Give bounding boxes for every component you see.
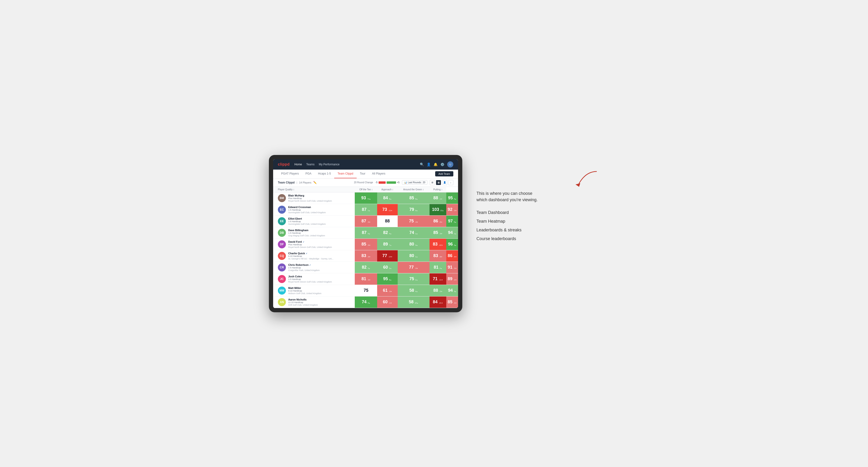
subnav-allplayers[interactable]: All Players (369, 169, 389, 178)
metric-value: 60 2▲ (377, 262, 398, 273)
metric-change: 9▲ (454, 198, 456, 200)
player-cell-9[interactable]: AN Aaron Nicholls 11-15 Handicap Drift G… (273, 296, 355, 308)
annotation-item-0: Team Dashboard (476, 210, 599, 215)
player-avatar: BM (278, 194, 286, 202)
player-cell-7[interactable]: JC Josh Coles 1-5 Handicap Royal North D… (273, 273, 355, 285)
bell-icon[interactable]: 🔔 (434, 162, 437, 166)
navbar-link-home[interactable]: Home (294, 162, 302, 167)
player-avatar: DF (278, 240, 286, 248)
player-cell-2[interactable]: EE Elliot Ebert 1-5 Handicap Sunningdale… (273, 215, 355, 227)
metric-change: 10▲ (415, 302, 418, 304)
player-cell-4[interactable]: DF David Ford ✓ Plus Handicap Royal Nort… (273, 239, 355, 250)
player-handicap: 1-5 Handicap (288, 232, 325, 234)
metric-cell-6-1: 60 2▲ (377, 261, 398, 273)
navbar-link-teams[interactable]: Teams (306, 162, 314, 167)
metric-cell-3-4: 94 1▲ (446, 227, 458, 239)
metric-cell-8-3: 88 -2▼ (430, 285, 446, 296)
metric-cell-6-2: 77 -3▼ (398, 261, 430, 273)
player-handicap: 1-5 Handicap (288, 220, 326, 223)
player-avatar: CQ (278, 252, 286, 260)
metric-value: 79 9▲ (398, 204, 430, 215)
metric-value: 94 1▲ (446, 227, 458, 239)
add-team-button[interactable]: Add Team (435, 171, 453, 177)
svg-marker-0 (576, 183, 580, 187)
player-cell-8[interactable]: MM Matt Miller 6-10 Handicap Woburn Golf… (273, 285, 355, 296)
metric-cell-7-1: 95 8▲ (377, 273, 398, 285)
metric-value: 83 -3▼ (355, 250, 377, 261)
table-row: CQ Charlie Quick ✓ 6-10 Handicap St. Geo… (273, 250, 458, 261)
grid-view-icon[interactable]: ⊞ (430, 180, 435, 185)
player-info: Edward Crossman 1-5 Handicap Sunningdale… (288, 206, 326, 214)
metric-value: 89 -2▼ (446, 273, 458, 285)
player-club: Royal North Devon Golf Club, United King… (288, 200, 332, 202)
card-view-icon[interactable]: 👤 (442, 180, 447, 185)
player-avatar: MM (278, 286, 286, 294)
metric-cell-0-2: 85 8▲ (398, 192, 430, 204)
profile-icon[interactable]: 👤 (427, 162, 431, 166)
metric-cell-0-4: 95 9▲ (446, 192, 458, 204)
page-wrapper: clippd Home Teams My Performance 🔍 👤 🔔 ⚙… (269, 155, 599, 312)
subnav-tour[interactable]: Tour (356, 169, 369, 178)
subnav-pgat[interactable]: PGAT Players (278, 169, 302, 178)
metric-change: 8▲ (389, 279, 392, 281)
player-cell-5[interactable]: CQ Charlie Quick ✓ 6-10 Handicap St. Geo… (273, 250, 355, 261)
search-icon[interactable]: 🔍 (420, 162, 424, 166)
metric-change: 2▲ (389, 267, 392, 269)
round-change-bar: -5 +5 (375, 181, 400, 184)
player-cell-6[interactable]: CR Chris Robertson ✓ 1-5 Handicap Craigm… (273, 261, 355, 273)
table-view-icon[interactable]: ▦ (436, 180, 441, 185)
metric-value: 77 -3▼ (398, 262, 430, 273)
metric-value: 96 3▲ (446, 239, 458, 250)
metric-value: 71 -11▼ (430, 273, 446, 285)
annotation-list: Team Dashboard Team Heatmap Leaderboards… (476, 210, 599, 241)
metric-value: 73 -11▼ (377, 204, 398, 215)
metric-cell-8-1: 61 -3▼ (377, 285, 398, 296)
user-avatar[interactable]: U (447, 161, 453, 167)
metric-change: -10▼ (439, 244, 443, 246)
metric-value: 88 -1▼ (430, 192, 446, 204)
metric-cell-3-0: 87 4▲ (355, 227, 377, 239)
settings-icon[interactable]: ⚙️ (440, 162, 444, 166)
metric-change: -14▼ (388, 256, 393, 258)
metric-change: 4▲ (415, 290, 417, 292)
col-header-aroundgreen[interactable]: Around the Green ↕ (398, 187, 430, 192)
metric-value: 86 -6▼ (430, 216, 446, 227)
download-icon[interactable]: ↓ (448, 180, 453, 185)
metric-change: 5▲ (454, 221, 456, 223)
metric-change: 3▲ (454, 290, 456, 292)
table-row: MM Matt Miller 6-10 Handicap Woburn Golf… (273, 285, 458, 296)
player-name: Elliot Ebert (288, 217, 326, 220)
metric-change: +4▲ (367, 198, 371, 200)
tablet-frame: clippd Home Teams My Performance 🔍 👤 🔔 ⚙… (269, 155, 462, 312)
col-header-approach[interactable]: Approach ↕ (377, 187, 398, 192)
subnav-teamclippd[interactable]: Team Clippd (334, 169, 356, 178)
player-info: Blair McHarg Plus Handicap Royal North D… (288, 194, 332, 202)
subnav-pga[interactable]: PGA (302, 169, 315, 178)
last-rounds-button[interactable]: 📊 Last Rounds: 20 (402, 180, 427, 185)
player-cell-1[interactable]: EC Edward Crossman 1-5 Handicap Sunningd… (273, 204, 355, 215)
team-header-right: 20 Round Change -5 +5 📊 Last Rounds: 20 … (354, 180, 453, 185)
metric-value: 87 -3▼ (355, 216, 377, 227)
metric-value: 84 -21▼ (430, 297, 446, 308)
metric-change: 1▲ (415, 256, 417, 258)
subnav-hcaps[interactable]: Hcaps 1-5 (315, 169, 334, 178)
annotation-item-3: Course leaderboards (476, 236, 599, 241)
player-quality-header[interactable]: Player Quality ↕ (278, 188, 294, 191)
metric-cell-7-3: 71 -11▼ (430, 273, 446, 285)
metric-value: 77 -14▼ (377, 250, 398, 261)
metric-cell-9-1: 60 -1▼ (377, 296, 398, 308)
player-cell-3[interactable]: DB Dave Billingham 1-5 Handicap Gog Mago… (273, 227, 355, 239)
metric-change: 1▲ (368, 210, 370, 212)
metric-cell-2-4: 97 5▲ (446, 215, 458, 227)
metric-value: 89 7▲ (377, 239, 398, 250)
edit-icon[interactable]: ✏️ (313, 181, 317, 184)
col-header-putting[interactable]: Putting ↕ (430, 187, 446, 192)
player-info: Aaron Nicholls 11-15 Handicap Drift Golf… (288, 298, 318, 306)
metric-cell-8-4: 94 3▲ (446, 285, 458, 296)
navbar-link-myperformance[interactable]: My Performance (319, 162, 339, 167)
col-header-offtee[interactable]: Off the Tee ↕ (355, 187, 377, 192)
player-cell-0[interactable]: BM Blair McHarg Plus Handicap Royal Nort… (273, 192, 355, 204)
annotation-panel: This is where you can choose which dashb… (476, 155, 599, 241)
data-table: Player Quality ↕ Off the Tee ↕ Approach … (273, 187, 458, 308)
tablet-screen: clippd Home Teams My Performance 🔍 👤 🔔 ⚙… (273, 159, 458, 308)
